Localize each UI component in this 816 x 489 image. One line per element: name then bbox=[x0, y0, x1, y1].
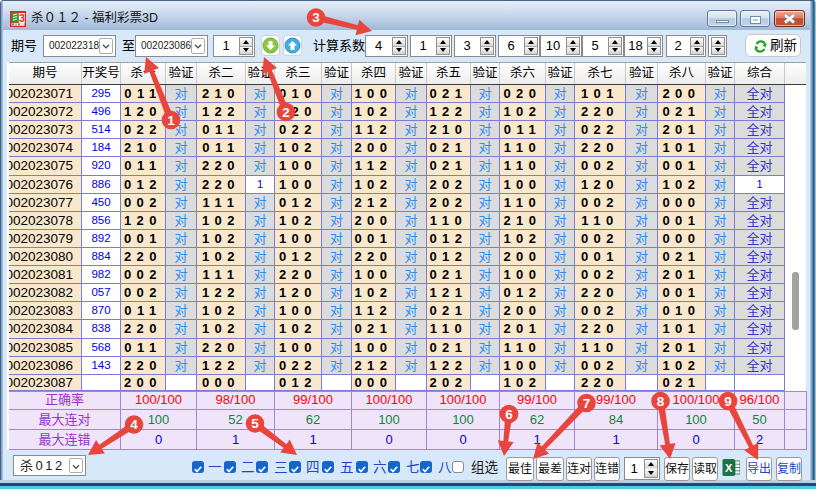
svg-text:X: X bbox=[725, 462, 733, 474]
svg-text:3: 3 bbox=[19, 12, 25, 24]
